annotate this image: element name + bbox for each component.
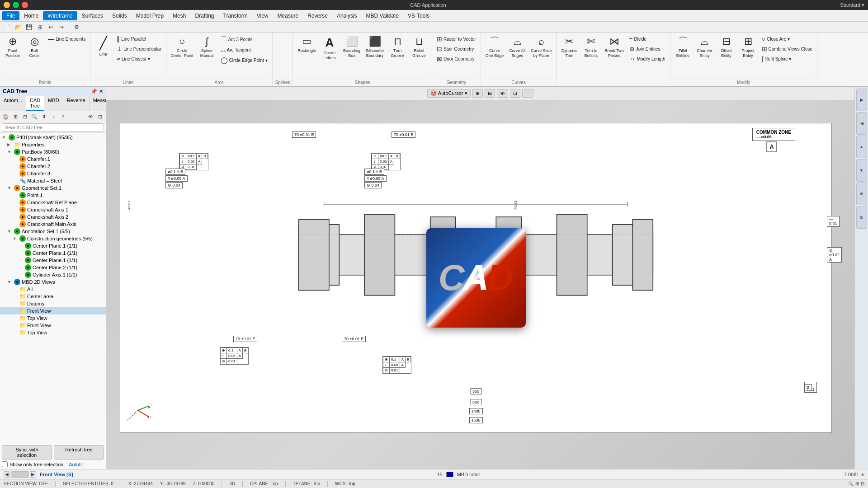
tree-btn-help[interactable]: ? bbox=[59, 113, 67, 121]
ribbon-btn-door-geo[interactable]: ⊠ Door Geometry bbox=[435, 54, 478, 63]
tree-btn-expand[interactable]: ⊞ bbox=[11, 113, 19, 121]
rp-btn-2[interactable]: ◀ bbox=[856, 112, 867, 135]
ribbon-btn-circle-center[interactable]: ○ CircleCenter Point bbox=[169, 34, 195, 60]
viewport-canvas[interactable]: COMMON ZONE — ø0.05 A bbox=[106, 100, 854, 469]
nav-left[interactable]: ◀ bbox=[4, 471, 10, 478]
tree-btn-view2[interactable]: ⊡ bbox=[96, 113, 104, 121]
sync-selection-button[interactable]: Sync. with selection bbox=[2, 445, 52, 460]
ribbon-btn-curve-one-edge[interactable]: ⌒ CurveOne Edge bbox=[484, 34, 506, 60]
ribbon-btn-curve-slice[interactable]: ⌕ Curve Sliceby Plane bbox=[529, 34, 553, 60]
qa-open[interactable]: 📂 bbox=[14, 23, 23, 32]
ts-autocursor[interactable]: 🎯 AutoCursor ▾ bbox=[427, 89, 470, 98]
ribbon-btn-line-perp[interactable]: ⊥ Line Perpendicular bbox=[115, 44, 163, 53]
ts-display1[interactable]: 👁 bbox=[497, 89, 508, 98]
tree-item-crank-axis2[interactable]: ● Cranckshaft Axis 2 bbox=[0, 213, 106, 221]
tree-item-constgeo[interactable]: ▼ ● Construction geometries (5/5) bbox=[0, 235, 106, 242]
tree-btn-sort[interactable]: ⬆ bbox=[40, 113, 48, 121]
header-icon-close[interactable]: ✕ bbox=[99, 89, 103, 94]
tab-cadtree[interactable]: CAD Tree bbox=[26, 96, 44, 111]
tab-reverse[interactable]: Reverse bbox=[63, 96, 90, 111]
tree-item-point1[interactable]: ● Point.1 bbox=[0, 192, 106, 199]
tree-item-front-view2[interactable]: 📁 Front View bbox=[0, 322, 106, 329]
ribbon-btn-fillet[interactable]: ⌒ FilletEntities bbox=[673, 34, 693, 60]
menu-drafting[interactable]: Drafting bbox=[190, 11, 218, 20]
header-icon-pin[interactable]: 📌 bbox=[91, 89, 97, 94]
qa-redo[interactable]: ↪ bbox=[57, 23, 66, 32]
tree-item-top-view1[interactable]: 📁 Top View bbox=[0, 314, 106, 322]
ribbon-btn-turn-groove[interactable]: ⊓ TurnGroove bbox=[387, 34, 407, 60]
menu-mesh[interactable]: Mesh bbox=[168, 11, 190, 20]
menu-mbd[interactable]: MBD Validate bbox=[362, 11, 403, 20]
tree-item-chamfer1[interactable]: ● Chamfer.1 bbox=[0, 155, 106, 163]
menu-measure[interactable]: Measure bbox=[273, 11, 303, 20]
ribbon-btn-spline-manual[interactable]: ∫ SplineManual bbox=[197, 34, 217, 60]
tree-item-partbody[interactable]: ▼ ● PartBody (80/80) bbox=[0, 148, 106, 155]
ribbon-btn-line[interactable]: ╱ Line bbox=[93, 34, 113, 58]
ribbon-btn-combine-views[interactable]: ⊞ Combine Views Close bbox=[760, 44, 815, 53]
ribbon-btn-project[interactable]: ⊞ ProjectEntity bbox=[738, 34, 758, 60]
rp-btn-1[interactable]: ▶ bbox=[856, 89, 867, 111]
tree-item-datums[interactable]: 📁 Datums bbox=[0, 300, 106, 307]
qa-print[interactable]: 🖨 bbox=[35, 23, 44, 32]
autofit-btn[interactable]: Autofit bbox=[69, 462, 83, 467]
ribbon-btn-close-arc[interactable]: ○ Close Arc ▾ bbox=[760, 34, 815, 43]
nav-right[interactable]: ▶ bbox=[30, 471, 36, 478]
ribbon-btn-refit-spline[interactable]: ∫ Refit Spline ▾ bbox=[760, 54, 815, 63]
tree-item-mbd-views[interactable]: ▼ ● MBD 2D Views bbox=[0, 278, 106, 286]
ts-display2[interactable]: ⊡ bbox=[510, 89, 520, 98]
ribbon-btn-dynamic-trim[interactable]: ✂ DynamicTrim bbox=[559, 34, 579, 60]
qa-save[interactable]: 💾 bbox=[24, 23, 33, 32]
ribbon-btn-silhouette[interactable]: ⬛ SilhouetteBoundary bbox=[364, 34, 386, 60]
tree-item-material[interactable]: 🔩 Material = Steel bbox=[0, 177, 106, 184]
search-input[interactable] bbox=[2, 123, 104, 131]
ribbon-btn-circle-edge[interactable]: ◯ Circle Edge Point ▾ bbox=[219, 56, 269, 65]
menu-reverse[interactable]: Reverse bbox=[303, 11, 332, 20]
maximize-button[interactable]: □ bbox=[13, 2, 19, 8]
show-only-checkbox[interactable] bbox=[2, 461, 8, 467]
profile-dropdown[interactable]: Standard ▾ bbox=[840, 2, 864, 8]
ts-grid[interactable]: ⊞ bbox=[485, 89, 495, 98]
menu-file[interactable]: File bbox=[2, 11, 19, 20]
minimize-button[interactable]: — bbox=[4, 2, 10, 8]
status-grid-toggle[interactable]: ⊟ bbox=[861, 481, 864, 486]
tree-item-cp2[interactable]: ● Center Plane.2 (1/1) bbox=[0, 264, 106, 271]
tree-btn-home[interactable]: 🏠 bbox=[2, 113, 10, 121]
qa-settings[interactable]: ⚙ bbox=[72, 23, 81, 32]
ribbon-btn-arc3pts[interactable]: ⌒ Arc 3 Points bbox=[219, 34, 269, 44]
menu-transform[interactable]: Transform bbox=[219, 11, 252, 20]
window-controls[interactable]: — □ ✕ bbox=[4, 2, 28, 8]
ribbon-btn-line-closest[interactable]: ≈ Line Closest ▾ bbox=[115, 54, 163, 63]
tree-btn-view1[interactable]: 👁 bbox=[86, 113, 94, 121]
menu-wireframe[interactable]: Wireframe bbox=[43, 11, 77, 20]
close-button[interactable]: ✕ bbox=[22, 2, 28, 8]
tree-item-properties[interactable]: ▶ 📁 Properties bbox=[0, 141, 106, 148]
tree-item-cyl-axis[interactable]: ● Cylinder Axis.1 (1/1) bbox=[0, 271, 106, 278]
rp-btn-5[interactable]: ⊕ bbox=[856, 183, 867, 205]
menu-vstools[interactable]: VS-Tools bbox=[403, 11, 434, 20]
rp-btn-4[interactable]: ▼ bbox=[856, 159, 867, 182]
tree-item-chamfer2[interactable]: ● Chamfer.2 bbox=[0, 163, 106, 170]
ribbon-btn-trim-entities[interactable]: ✄ Trim toEntities bbox=[581, 34, 601, 60]
tree-btn-filter[interactable]: 🔍 bbox=[30, 113, 38, 121]
tree-item-front-view1[interactable]: 📁 Front View bbox=[0, 307, 106, 314]
tree-item-crank-ref[interactable]: ● Cranckshaft Ref Plane bbox=[0, 199, 106, 206]
ribbon-btn-arc-tangent[interactable]: ⌓ Arc Tangent bbox=[219, 45, 269, 55]
ribbon-btn-divide[interactable]: ÷ Divide bbox=[627, 34, 667, 43]
refresh-tree-button[interactable]: Refresh tree bbox=[54, 445, 104, 460]
tree-item-root[interactable]: ▼ ● P401(crank shaft) (85/85) bbox=[0, 134, 106, 141]
tree-item-top-view2[interactable]: 📁 Top View bbox=[0, 329, 106, 336]
tree-btn-collapse[interactable]: ⊟ bbox=[21, 113, 29, 121]
tree-item-geoset[interactable]: ▼ ● Geometrical Set.1 bbox=[0, 184, 106, 192]
ribbon-btn-line-parallel[interactable]: ∥ Line Parallel bbox=[115, 34, 163, 43]
tree-item-annoset[interactable]: ▼ ● Annotation Set.1 (5/5) bbox=[0, 228, 106, 235]
tree-item-center-area[interactable]: 📁 Center area bbox=[0, 293, 106, 300]
menu-analysis[interactable]: Analysis bbox=[332, 11, 362, 20]
menu-modelprep[interactable]: Model Prep bbox=[132, 11, 168, 20]
status-fit[interactable]: ⊞ bbox=[855, 481, 859, 486]
ribbon-btn-create-letters[interactable]: A CreateLetters bbox=[320, 34, 340, 62]
tree-item-cp1b[interactable]: ● Center Plane.1 (1/1) bbox=[0, 249, 106, 257]
ribbon-btn-relief-groove[interactable]: ⊔ ReliefGroove bbox=[409, 34, 429, 60]
tree-item-crank-main[interactable]: ● Cranckshaft Main Axis bbox=[0, 221, 106, 228]
ribbon-btn-point-position[interactable]: ⊕ PointPosition bbox=[3, 34, 23, 60]
ribbon-btn-bounding-box[interactable]: ⬜ BoundingBox bbox=[341, 34, 362, 60]
